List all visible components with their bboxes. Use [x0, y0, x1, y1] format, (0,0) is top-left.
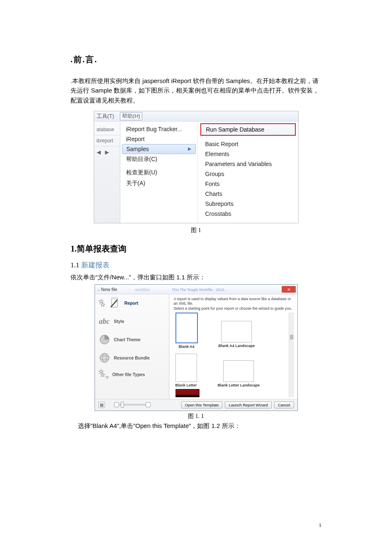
svg-point-3 — [100, 353, 109, 362]
report-icon — [109, 297, 121, 309]
treeview-icon: ⌂ — [97, 287, 100, 292]
globe-icon — [98, 352, 111, 364]
after-fig11-paragraph: 选择”Blank A4”,单击”Open this Template”，如图 1… — [78, 421, 321, 430]
samples-submenu: Run Sample Database Basic Report Element… — [198, 122, 298, 223]
category-list: ☆ ☆ Report abc Style Chart — [95, 294, 169, 399]
chevron-right-icon: ▶ — [188, 146, 191, 152]
menu-item-fonts[interactable]: Fonts — [198, 179, 298, 189]
category-other-types[interactable]: ☆ ☆☆ Other file Types — [98, 370, 166, 379]
category-style-label: Style — [114, 319, 124, 324]
dialog-title-blur: workfiles — [135, 288, 150, 292]
figure-1-1: ⌂ New file workfiles This The Teagle Wor… — [95, 284, 298, 411]
page-number: 1 — [319, 522, 322, 528]
dialog-button-bar: ▦ Open this Template Launch Report Wizar… — [95, 399, 297, 411]
menu-item-samples[interactable]: Samples ▶ — [122, 144, 196, 154]
star-icon: ☆ ☆ — [98, 300, 105, 306]
template-blank-a4-landscape[interactable]: Blank A4 Landscape — [219, 313, 255, 349]
template-thumbnails: Blank A4 Blank A4 Landscape Blank Letter — [174, 313, 294, 397]
menu-item-about[interactable]: 关于(A) — [120, 178, 197, 189]
template-blank-letter-landscape[interactable]: Blank Letter Landscape — [218, 354, 260, 387]
preface-paragraph: .本教程所使用实例均来自 jaspersoft iReport 软件自带的 Sa… — [71, 76, 321, 105]
menu-item-params-vars[interactable]: Parameters and Variables — [198, 159, 298, 169]
star-icon: ☆ ☆☆ — [98, 370, 109, 379]
menu-item-ireport[interactable]: iReport — [120, 134, 197, 144]
category-chart-theme[interactable]: Chart Theme — [98, 333, 166, 346]
style-icon: abc — [98, 315, 111, 328]
close-button[interactable]: ✕ — [282, 286, 296, 293]
left-item-ibreport[interactable]: ibreport — [94, 135, 120, 147]
category-resource-bundle-label: Resource Bundle — [114, 355, 150, 360]
menu-help[interactable]: 帮助(H) — [120, 112, 142, 120]
menu-item-subreports[interactable]: Subreports — [198, 199, 298, 209]
chevron-left-icon[interactable]: ◀ — [97, 149, 101, 155]
section-1-1-title: 新建报表 — [81, 261, 110, 269]
zoom-slider[interactable] — [116, 404, 149, 406]
scrollbar-thumb[interactable] — [290, 335, 293, 340]
left-item-database[interactable]: atabase — [94, 124, 120, 135]
menu-item-elements[interactable]: Elements — [198, 149, 298, 159]
category-report-label: Report — [124, 301, 139, 306]
category-report[interactable]: ☆ ☆ Report — [98, 297, 166, 309]
dialog-titlebar: ⌂ New file workfiles This The Teagle Wor… — [95, 285, 297, 294]
category-other-types-label: Other file Types — [112, 372, 145, 377]
menu-item-groups[interactable]: Groups — [198, 169, 298, 179]
template-blank-letter-landscape-label: Blank Letter Landscape — [218, 383, 260, 387]
chevron-right-icon[interactable]: ▶ — [105, 149, 109, 155]
figure-1: 工具(T) 帮助(H) atabase ibreport ◀ ▶ iReport… — [94, 111, 299, 223]
piechart-icon — [98, 333, 111, 346]
template-blank-letter[interactable]: Blank Letter — [175, 354, 197, 387]
template-blank-a4-landscape-label: Blank A4 Landscape — [219, 344, 255, 348]
section-1-heading: 1.简单报表查询 — [71, 243, 321, 254]
menu-item-bug-tracker[interactable]: iReport Bug Tracker... — [120, 124, 197, 134]
grid-icon[interactable]: ▦ — [98, 402, 105, 408]
category-style[interactable]: abc Style — [98, 315, 166, 328]
template-blank-letter-label: Blank Letter — [175, 383, 197, 387]
template-blank-a4[interactable]: Blank A4 — [175, 313, 198, 349]
menu-item-help-contents[interactable]: 帮助目录(C) — [120, 154, 197, 165]
toolbar-left: atabase ibreport ◀ ▶ — [94, 122, 120, 223]
section-1-1-heading: 1.1 新建报表 — [71, 260, 321, 270]
launch-wizard-button[interactable]: Launch Report Wizard — [225, 401, 272, 408]
dialog-title: New file — [101, 287, 117, 292]
cancel-button[interactable]: Cancel — [274, 401, 294, 408]
help-dropdown-menu: iReport Bug Tracker... iReport Samples ▶… — [120, 122, 198, 223]
template-blank-a4-label: Blank A4 — [178, 345, 194, 349]
open-template-button[interactable]: Open this Template — [181, 401, 223, 408]
menu-item-check-updates[interactable]: 检查更新(U) — [120, 167, 197, 178]
menu-item-charts[interactable]: Charts — [198, 189, 298, 199]
dialog-title-blur2: This The Teagle Workfile - 2013... — [172, 288, 227, 292]
preface-title: .前.言. — [71, 54, 321, 65]
category-chart-theme-label: Chart Theme — [114, 337, 141, 342]
dialog-description: A report is used to display values from … — [174, 297, 294, 311]
scrollbar[interactable] — [289, 313, 294, 397]
menu-item-crosstabs[interactable]: Crosstabs — [198, 209, 298, 219]
category-resource-bundle[interactable]: Resource Bundle — [98, 352, 166, 364]
figure-1-caption: 图 1 — [71, 227, 321, 234]
section-1-1-num: 1.1 — [71, 261, 81, 269]
menu-tools[interactable]: 工具(T) — [97, 112, 114, 120]
figure-1-1-caption: 图 1. 1 — [71, 413, 321, 420]
menu-item-run-sample-db[interactable]: Run Sample Database — [200, 123, 296, 136]
template-cherry[interactable] — [175, 389, 200, 397]
menu-item-basic-report[interactable]: Basic Report — [198, 139, 298, 149]
menu-item-samples-label: Samples — [127, 146, 149, 152]
section-1-1-paragraph: 依次单击“文件/New...”，弹出窗口如图 1.1 所示： — [71, 272, 321, 282]
menubar: 工具(T) 帮助(H) — [94, 111, 298, 122]
